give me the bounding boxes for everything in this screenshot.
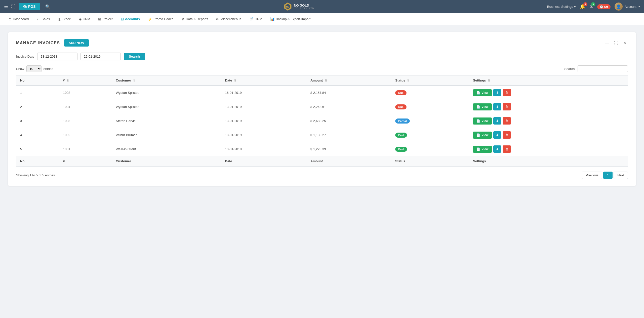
sidebar-item-reports[interactable]: ⊛ Data & Reports bbox=[178, 16, 212, 23]
download-button[interactable]: ⬇ bbox=[493, 117, 501, 125]
view-doc-icon: 📄 bbox=[476, 147, 480, 151]
sort-hash-icon: ⇅ bbox=[67, 79, 69, 82]
delete-icon: 🗑 bbox=[505, 119, 508, 123]
page-1-button[interactable]: 1 bbox=[603, 172, 613, 179]
delete-button[interactable]: 🗑 bbox=[503, 89, 511, 96]
sidebar-item-promo[interactable]: ⚡ Promo Codes bbox=[144, 16, 177, 23]
date-from-input[interactable] bbox=[37, 53, 77, 60]
sidebar-item-crm[interactable]: ◈ CRM bbox=[75, 16, 94, 23]
cell-amount: $ 1,130.27 bbox=[306, 128, 391, 142]
cell-no: 5 bbox=[16, 142, 59, 156]
view-doc-icon: 📄 bbox=[476, 105, 480, 109]
sidebar-item-sales[interactable]: 🏷 Sales bbox=[33, 16, 54, 23]
col-status[interactable]: Status ⇅ bbox=[391, 75, 469, 86]
sidebar-item-dashboard[interactable]: ⊙ Dashboard bbox=[5, 16, 32, 23]
close-button[interactable]: ✕ bbox=[622, 40, 628, 46]
table-search-input[interactable] bbox=[578, 65, 628, 72]
invoice-date-label: Invoice Date bbox=[16, 55, 34, 58]
notification-bell[interactable]: 🔔 1 bbox=[580, 4, 585, 9]
footer-customer: Customer bbox=[112, 156, 221, 167]
view-button[interactable]: 📄 View bbox=[473, 117, 492, 125]
sidebar-item-accounts[interactable]: ⊟ Accounts bbox=[117, 16, 143, 23]
pos-button[interactable]: 🛍 POS bbox=[19, 3, 40, 10]
search-button[interactable]: Search bbox=[124, 53, 145, 60]
sort-customer-icon: ⇅ bbox=[133, 79, 135, 82]
sidebar-item-stock[interactable]: ◫ Stock bbox=[54, 16, 74, 23]
entries-select[interactable]: 10 25 50 100 bbox=[26, 65, 42, 72]
cell-customer: Walk-in Client bbox=[112, 142, 221, 156]
download-button[interactable]: ⬇ bbox=[493, 103, 501, 110]
minimize-button[interactable]: — bbox=[603, 40, 611, 46]
panel-title-row: MANAGE INVOICES ADD NEW bbox=[16, 39, 89, 47]
maximize-button[interactable]: ⛶ bbox=[613, 40, 620, 46]
delete-button[interactable]: 🗑 bbox=[503, 117, 511, 125]
date-to-input[interactable] bbox=[80, 53, 121, 60]
download-button[interactable]: ⬇ bbox=[493, 89, 501, 96]
messages-icon[interactable]: ✉ 0 bbox=[589, 4, 593, 9]
cell-date: 13-01-2019 bbox=[221, 128, 306, 142]
sidebar-item-backup[interactable]: 📊 Backup & Export-Import bbox=[267, 16, 314, 23]
accounts-label: Accounts bbox=[125, 17, 140, 21]
pos-bag-icon: 🛍 bbox=[23, 5, 27, 9]
action-buttons: 📄 View ⬇ 🗑 bbox=[473, 117, 624, 125]
cell-date: 13-01-2019 bbox=[221, 142, 306, 156]
delete-button[interactable]: 🗑 bbox=[503, 131, 511, 139]
cell-hash: 1001 bbox=[59, 142, 112, 156]
backup-icon: 📊 bbox=[270, 17, 274, 21]
cell-amount: $ 2,688.25 bbox=[306, 114, 391, 128]
sidebar-item-misc[interactable]: ✏ Miscellaneous bbox=[213, 16, 245, 23]
col-customer[interactable]: Customer ⇅ bbox=[112, 75, 221, 86]
cell-no: 2 bbox=[16, 100, 59, 114]
timer-button[interactable]: 🕐 Off bbox=[597, 5, 611, 9]
table-search: Search: bbox=[564, 65, 628, 72]
view-button[interactable]: 📄 View bbox=[473, 132, 492, 139]
download-button[interactable]: ⬇ bbox=[493, 145, 501, 153]
table-footer: No # Customer Date Amount Status Setting… bbox=[16, 156, 628, 167]
delete-button[interactable]: 🗑 bbox=[503, 145, 511, 153]
message-badge: 0 bbox=[591, 2, 595, 6]
cell-date: 16-01-2019 bbox=[221, 86, 306, 100]
status-badge: Paid bbox=[395, 133, 407, 138]
cell-customer: Wilbur Brumen bbox=[112, 128, 221, 142]
biz-settings-label: Business Settings bbox=[547, 5, 573, 9]
brand-logo: NG NG GOLD HOUSE PV. LTD bbox=[283, 2, 314, 11]
pagination-buttons: Previous 1 Next bbox=[582, 172, 628, 179]
brand-name: NG GOLD HOUSE PV. LTD bbox=[294, 4, 314, 10]
search-icon[interactable]: 🔍 bbox=[45, 4, 50, 9]
topnav-left: ☰ ⛶ 🛍 POS 🔍 bbox=[4, 3, 50, 10]
cell-hash: 1003 bbox=[59, 114, 112, 128]
next-button[interactable]: Next bbox=[614, 172, 628, 179]
view-button[interactable]: 📄 View bbox=[473, 103, 492, 110]
hamburger-icon[interactable]: ☰ bbox=[4, 4, 8, 9]
sort-date-icon: ⇅ bbox=[234, 79, 236, 82]
view-button[interactable]: 📄 View bbox=[473, 146, 492, 153]
sort-status-icon: ⇅ bbox=[407, 79, 409, 82]
add-new-button[interactable]: ADD NEW bbox=[64, 39, 89, 47]
action-buttons: 📄 View ⬇ 🗑 bbox=[473, 131, 624, 139]
download-button[interactable]: ⬇ bbox=[493, 131, 501, 139]
col-hash[interactable]: # ⇅ bbox=[59, 75, 112, 86]
col-date[interactable]: Date ⇅ bbox=[221, 75, 306, 86]
previous-button[interactable]: Previous bbox=[582, 172, 602, 179]
dashboard-icon: ⊙ bbox=[9, 17, 12, 21]
col-settings[interactable]: Settings ⇅ bbox=[469, 75, 628, 86]
misc-icon: ✏ bbox=[216, 17, 219, 21]
project-label: Project bbox=[102, 17, 112, 21]
reports-label: Data & Reports bbox=[186, 17, 208, 21]
delete-button[interactable]: 🗑 bbox=[503, 103, 511, 110]
view-button[interactable]: 📄 View bbox=[473, 89, 492, 96]
business-settings-menu[interactable]: Business Settings ▾ bbox=[547, 5, 576, 9]
cell-status: Partial bbox=[391, 114, 469, 128]
sidebar-item-hrm[interactable]: 📄 HRM bbox=[246, 16, 266, 23]
col-no: No bbox=[16, 75, 59, 86]
download-icon: ⬇ bbox=[496, 91, 499, 95]
hrm-label: HRM bbox=[255, 17, 262, 21]
panel-header: MANAGE INVOICES ADD NEW — ⛶ ✕ bbox=[16, 39, 628, 47]
panel-title: MANAGE INVOICES bbox=[16, 41, 60, 45]
sidebar-item-project[interactable]: ⊞ Project bbox=[95, 16, 116, 23]
cell-amount: $ 2,157.84 bbox=[306, 86, 391, 100]
col-amount[interactable]: Amount ⇅ bbox=[306, 75, 391, 86]
account-menu[interactable]: 👤 Account ▾ bbox=[615, 3, 640, 11]
crop-icon[interactable]: ⛶ bbox=[11, 4, 16, 9]
cell-amount: $ 2,243.61 bbox=[306, 100, 391, 114]
